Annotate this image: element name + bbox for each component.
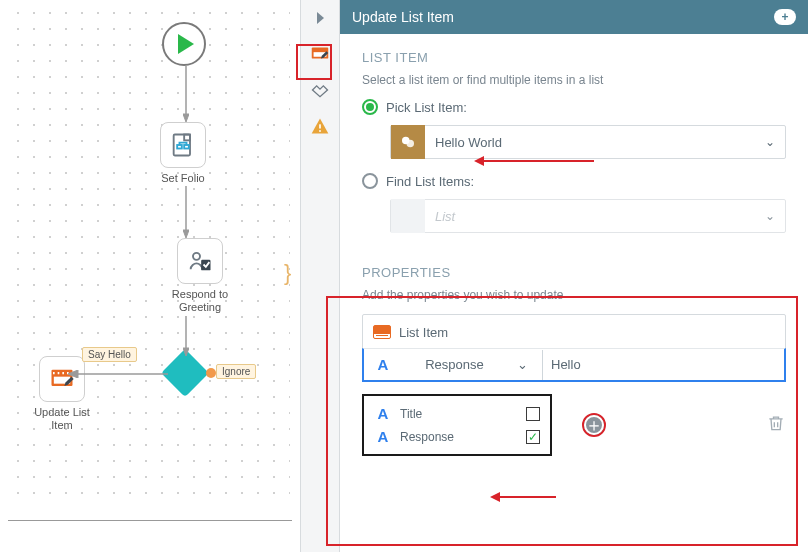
decision-node[interactable] [168,356,202,390]
warning-dot-icon [206,368,216,378]
handshake-icon [310,80,330,100]
connector-arrow [183,186,189,238]
svg-rect-1 [184,135,190,141]
option-label: Title [400,407,422,421]
gutter-tab-warning[interactable] [308,114,332,138]
start-node[interactable] [162,22,206,66]
diamond-icon [161,349,209,397]
properties-panel: Update List Item LIST ITEM Select a list… [300,0,808,552]
radio-label: Find List Items: [386,174,474,189]
properties-tree: List Item A Response ⌄ [362,314,786,382]
find-list-selector[interactable]: List ⌄ [390,199,786,233]
list-icon [373,325,391,339]
property-value-input[interactable] [542,350,774,380]
find-list-items-radio[interactable]: Find List Items: [362,173,786,189]
panel-header: Update List Item [340,0,808,34]
svg-rect-2 [177,145,182,149]
sharepoint-icon [399,133,417,151]
svg-marker-11 [183,230,189,238]
workflow-canvas[interactable]: Set Folio Respond to Greeting U [0,0,300,520]
svg-point-4 [193,253,200,260]
property-option[interactable]: ATitle [374,402,540,425]
gutter-tab-list[interactable] [308,42,332,66]
text-field-icon: A [374,428,392,445]
edge-label: Ignore [216,364,256,379]
connector-arrow [183,66,189,122]
section-title: LIST ITEM [362,50,786,65]
pick-list-item-selector[interactable]: Hello World ⌄ [390,125,786,159]
panel-gutter [300,0,340,552]
list-edit-icon [309,43,331,65]
warning-icon [310,116,330,136]
svg-rect-3 [184,145,189,149]
svg-marker-13 [183,348,189,356]
pick-list-item-radio[interactable]: Pick List Item: [362,99,786,115]
node-label: Update List Item [22,406,102,432]
radio-unchecked-icon [362,173,378,189]
node-label: Set Folio [161,172,204,185]
node-label: Respond to Greeting [160,288,240,314]
add-property-button[interactable]: ＋ [582,413,606,437]
svg-point-21 [407,140,415,148]
text-field-icon: A [374,405,392,422]
section-title: PROPERTIES [362,265,786,280]
property-field-name: Response [425,357,484,372]
delete-button[interactable] [766,412,786,439]
set-folio-node[interactable]: Set Folio [160,122,206,185]
helper-text: Add the properties you wish to update [362,288,786,302]
svg-marker-9 [183,114,189,122]
chevron-down-icon: ⌄ [755,209,785,223]
text-field-icon: A [374,356,392,373]
svg-rect-19 [319,130,321,132]
panel-title: Update List Item [352,9,454,25]
divider [8,520,292,521]
picker-value: Hello World [425,135,755,150]
svg-rect-18 [319,124,321,128]
chevron-right-icon [317,12,324,24]
brace-icon: } [284,260,291,286]
chevron-down-icon: ⌄ [755,135,785,149]
user-task-icon [186,247,214,275]
respond-node[interactable]: Respond to Greeting [160,238,240,314]
property-options-popover: ATitle AResponse [362,394,552,456]
checkbox-checked-icon[interactable] [526,430,540,444]
play-icon [178,34,194,54]
radio-label: Pick List Item: [386,100,467,115]
trash-icon [766,412,786,434]
svg-rect-5 [201,260,210,271]
chevron-down-icon[interactable]: ⌄ [517,357,528,372]
property-root-row[interactable]: List Item [363,315,785,349]
option-label: Response [400,430,454,444]
property-field-row[interactable]: A Response ⌄ [362,348,786,382]
update-list-item-node[interactable]: Update List Item [22,356,102,432]
expand-icon[interactable] [774,9,796,25]
helper-text: Select a list item or find multiple item… [362,73,786,87]
property-root-label: List Item [399,325,448,340]
svg-marker-15 [68,370,78,378]
connector-arrow [68,370,168,378]
checkbox-unchecked-icon[interactable] [526,407,540,421]
document-tree-icon [169,131,197,159]
collapse-toggle[interactable] [308,6,332,30]
connector-arrow [183,316,189,356]
property-option[interactable]: AResponse [374,425,540,448]
picker-placeholder: List [425,209,755,224]
radio-checked-icon [362,99,378,115]
edge-label: Say Hello [82,347,137,362]
gutter-tab-hand[interactable] [308,78,332,102]
